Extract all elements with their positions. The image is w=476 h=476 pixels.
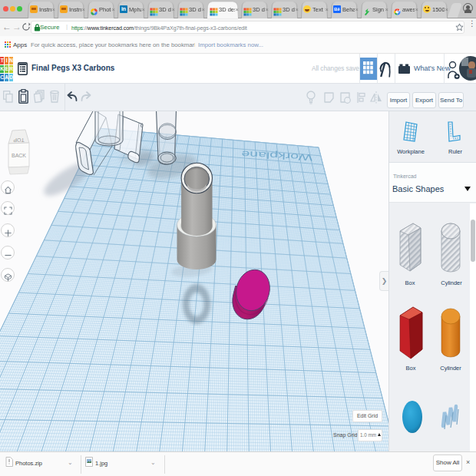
svg-text:BACK: BACK [12,153,26,158]
svg-text:Cylinder: Cylinder [441,279,462,286]
svg-text:Box: Box [406,365,416,372]
svg-text:Cylinder: Cylinder [440,365,461,372]
svg-text:TOP: TOP [13,137,25,143]
svg-text:Box: Box [405,279,415,286]
